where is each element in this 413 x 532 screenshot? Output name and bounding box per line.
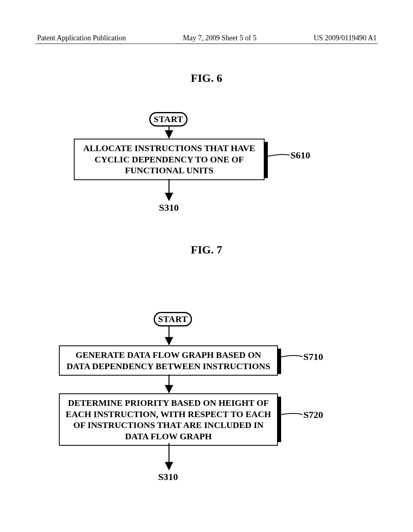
page-header: Patent Application Publication May 7, 20… bbox=[0, 34, 413, 42]
header-right: US 2009/0119490 A1 bbox=[314, 34, 377, 42]
ref-s720: S720 bbox=[303, 409, 323, 420]
figure-7-title: FIG. 7 bbox=[0, 243, 413, 256]
process-s710: GENERATE DATA FLOW GRAPH BASED ON DATA D… bbox=[59, 345, 278, 376]
header-center: May 7, 2009 Sheet 5 of 5 bbox=[183, 34, 257, 42]
process-s610: ALLOCATE INSTRUCTIONS THAT HAVE CYCLIC D… bbox=[74, 139, 265, 180]
ref-s310-fig6: S310 bbox=[159, 202, 179, 213]
ref-s710: S710 bbox=[303, 351, 323, 362]
ref-s610: S610 bbox=[290, 150, 310, 161]
header-left: Patent Application Publication bbox=[37, 34, 126, 42]
process-s720: DETERMINE PRIORITY BASED ON HEIGHT OF EA… bbox=[59, 393, 278, 446]
header-rule bbox=[35, 44, 378, 44]
ref-s310-fig7: S310 bbox=[158, 472, 178, 482]
start-terminator: START bbox=[149, 112, 188, 127]
figure-6-title: FIG. 6 bbox=[0, 72, 413, 85]
start-terminator: START bbox=[154, 312, 192, 326]
